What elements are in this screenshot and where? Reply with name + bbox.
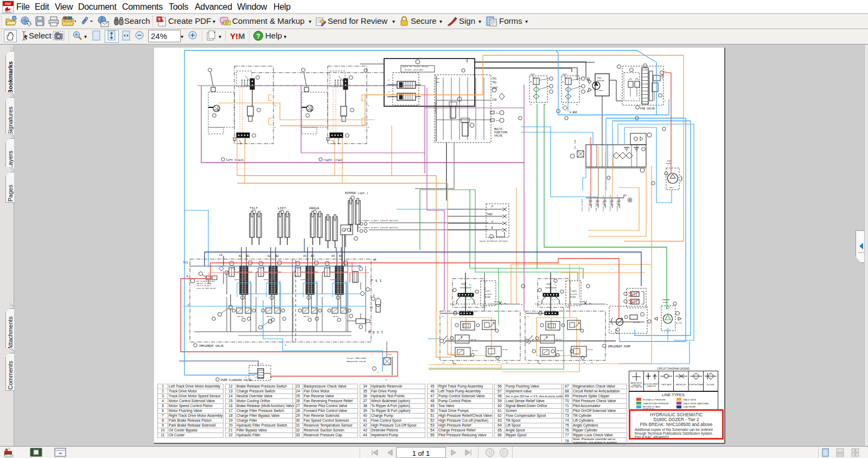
svg-text:LS: LS	[260, 363, 263, 365]
svg-text:L: L	[373, 294, 375, 297]
svg-text:PS1: PS1	[496, 120, 500, 122]
svg-text:T1: T1	[527, 315, 529, 318]
svg-text:S: S	[611, 330, 612, 332]
svg-text:B4: B4	[339, 255, 342, 258]
svg-text:B3: B3	[311, 255, 314, 258]
svg-text:200 bar: 200 bar	[237, 315, 244, 318]
svg-text:M: M	[499, 362, 500, 364]
svg-text:61.3cc: 61.3cc	[634, 321, 640, 324]
svg-text:NLS: NLS	[183, 261, 188, 264]
svg-text:250 bar at pump: 250 bar at pump	[196, 282, 211, 285]
svg-text:track: track	[485, 293, 492, 295]
svg-text:A3: A3	[303, 255, 307, 258]
svg-text:206: 206	[619, 205, 621, 208]
svg-text:CIN: CIN	[492, 99, 496, 101]
svg-text:RIPPER (opt.): RIPPER (opt.)	[345, 191, 368, 195]
svg-text:PO OFF: PO OFF	[579, 301, 585, 303]
svg-text:pump: pump	[485, 296, 491, 298]
svg-text:8 BAR: 8 BAR	[570, 111, 577, 114]
svg-text:Travel press rt rv: Travel press rt rv	[616, 195, 618, 211]
svg-text:NC: NC	[562, 81, 564, 83]
svg-text:Left: Left	[485, 290, 491, 292]
svg-text:400 bar: 400 bar	[557, 350, 563, 352]
svg-text:Res. Temp.: Res. Temp.	[574, 139, 576, 149]
svg-text:A: A	[492, 221, 493, 223]
svg-text:40 bar: 40 bar	[502, 349, 508, 351]
svg-text:FAN: FAN	[597, 77, 602, 79]
svg-text:B: B	[607, 304, 608, 306]
svg-text:AC: AC	[370, 306, 373, 309]
svg-text:To ripper A port (winch option: To ripper A port (winch option)	[358, 220, 398, 222]
svg-text:TAUX: TAUX	[487, 213, 493, 216]
svg-text:PILOT PRESSURE: PILOT PRESSURE	[347, 357, 366, 359]
svg-text:RESTRICTOR: RESTRICTOR	[676, 384, 686, 386]
svg-text:206: 206	[591, 205, 592, 208]
svg-text:F: F	[271, 377, 272, 379]
svg-text:B: B	[521, 304, 522, 306]
svg-text:P: P	[388, 91, 390, 93]
svg-text:LINE TYPES: LINE TYPES	[662, 392, 685, 397]
svg-text:P: P	[388, 79, 390, 81]
svg-text:TRACK DRIVE CASE DRAIN: TRACK DRIVE CASE DRAIN	[683, 403, 709, 405]
svg-text:Winch Bulkhead (OPTION): Winch Bulkhead (OPTION)	[480, 240, 508, 242]
svg-text:REDUCING VALVE: REDUCING VALVE	[347, 360, 366, 363]
svg-text:Pg: Pg	[504, 303, 506, 305]
svg-text:TRACK DRIVE: TRACK DRIVE	[683, 399, 697, 401]
svg-text:LOAD SENSE: LOAD SENSE	[683, 406, 696, 408]
svg-text:TP1: TP1	[492, 78, 496, 80]
svg-text:206: 206	[598, 205, 599, 208]
svg-text:TILT: TILT	[250, 207, 258, 210]
svg-text:Pilot pressure: Pilot pressure	[581, 198, 583, 211]
svg-text:BLOCKED: BLOCKED	[707, 384, 714, 386]
svg-text:T1: T1	[442, 315, 444, 318]
svg-text:Pilot pressure: Pilot pressure	[588, 198, 590, 211]
svg-text:right: right	[570, 290, 577, 292]
svg-text:Pump pressure: Pump pressure	[596, 199, 597, 211]
svg-text:A2: A2	[267, 255, 271, 258]
svg-text:P: P	[665, 70, 666, 73]
svg-text:T: T	[245, 376, 247, 378]
svg-text:LS: LS	[219, 254, 222, 257]
svg-text:L: L	[285, 344, 286, 346]
svg-text:P: P	[492, 205, 493, 208]
svg-text:P s t: P s t	[371, 279, 382, 283]
svg-text:A4: A4	[331, 255, 335, 258]
svg-text:B: B	[492, 227, 493, 229]
svg-text:Adobe: Adobe	[5, 10, 11, 13]
svg-text:M: M	[275, 126, 276, 128]
svg-text:left track: left track	[226, 158, 244, 162]
svg-text:park of final drive: park of final drive	[403, 66, 429, 68]
svg-text:CHECK VALVE: CHECK VALVE	[661, 384, 671, 386]
svg-text:WP: WP	[373, 259, 376, 261]
svg-text:200 bar: 200 bar	[303, 315, 310, 318]
svg-text:PDF: PDF	[5, 2, 11, 5]
svg-text:B1: B1	[246, 255, 250, 258]
svg-text:FANs: FANs	[563, 73, 567, 75]
svg-text:B2: B2	[276, 255, 279, 258]
svg-text:FANs: FANs	[531, 73, 535, 75]
svg-text:200 bar: 200 bar	[333, 315, 339, 318]
svg-text:pump: pump	[570, 296, 576, 298]
svg-text:MOTOR: MOTOR	[597, 80, 604, 82]
svg-text:M: M	[275, 105, 276, 107]
svg-text:VALVE: VALVE	[494, 134, 502, 138]
svg-text:To ripper B port (Winch option: To ripper B port (Winch option)	[358, 227, 398, 229]
svg-text:M: M	[368, 105, 369, 107]
svg-text:LIFT: LIFT	[278, 207, 286, 210]
svg-text:40 bar: 40 bar	[588, 349, 593, 351]
svg-text:39cc: 39cc	[669, 186, 674, 189]
svg-text:Pg: Pg	[589, 303, 591, 305]
svg-text:NC: NC	[530, 81, 532, 83]
svg-text:P: P	[187, 275, 188, 278]
svg-text:M: M	[368, 126, 369, 128]
svg-text:206: 206	[612, 205, 614, 208]
svg-text:right track: right track	[323, 158, 343, 162]
svg-text:IMPLEMENT PUMP: IMPLEMENT PUMP	[608, 345, 630, 349]
svg-text:T: T	[665, 100, 666, 102]
svg-text:HYDRAULIC PRESSURE: HYDRAULIC PRESSURE	[643, 399, 666, 401]
svg-text:CONNECTED: CONNECTED	[646, 385, 656, 388]
svg-text:T1: T1	[453, 304, 455, 306]
svg-text:T2: T2	[442, 362, 444, 364]
svg-text:PUMP FLUSHING VALVE: PUMP FLUSHING VALVE	[221, 379, 252, 382]
svg-text:CHARGE PUMP PRESSURE: CHARGE PUMP PRESSURE	[643, 403, 669, 405]
